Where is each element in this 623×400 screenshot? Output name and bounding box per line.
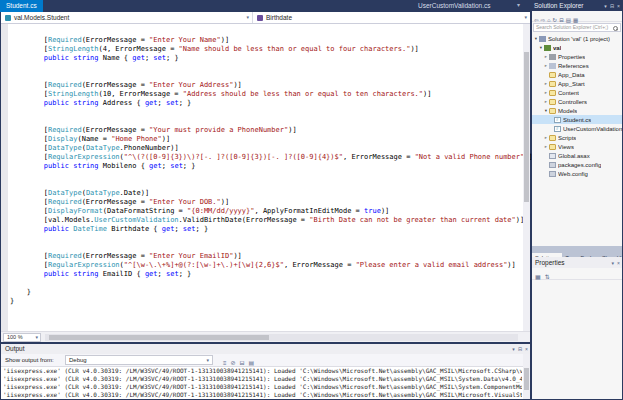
close-icon[interactable]: × bbox=[617, 260, 620, 266]
close-icon[interactable]: × bbox=[525, 346, 528, 352]
code-line: [Required(ErrorMessage = "Enter Your Ema… bbox=[10, 252, 533, 261]
code-line: [Required(ErrorMessage = "Enter Your DOB… bbox=[10, 198, 533, 207]
properties-toolbar: ▦⇅ bbox=[532, 268, 622, 280]
tree-item-label: Web.config bbox=[558, 171, 588, 177]
tree-item-app-data[interactable]: App_Data bbox=[532, 70, 622, 79]
pin-icon[interactable]: ⊟ bbox=[518, 346, 522, 352]
chevron-down-icon: ▾ bbox=[246, 12, 249, 23]
code-line bbox=[10, 108, 533, 117]
solution-explorer-header[interactable]: Solution Explorer ▾⊟× bbox=[532, 0, 622, 11]
folder-icon bbox=[549, 108, 556, 114]
tree-item-content[interactable]: ▸Content bbox=[532, 88, 622, 97]
properties-title: Properties bbox=[535, 259, 565, 266]
editor-horizontal-scrollbar[interactable] bbox=[45, 334, 518, 341]
code-line bbox=[10, 63, 533, 72]
properties-panel-header[interactable]: Properties ▾× bbox=[532, 257, 622, 268]
zoom-value: 100 % bbox=[7, 334, 23, 340]
chevron-down-icon: ▾ bbox=[35, 334, 38, 341]
tree-item-label: References bbox=[558, 63, 589, 69]
dock-chevron-icon[interactable]: ▾ bbox=[512, 346, 515, 352]
code-line: [Display(Name = "Home Phone")] bbox=[10, 135, 533, 144]
tree-item-label: Global.asax bbox=[558, 153, 590, 159]
tree-item-views[interactable]: ▸Views bbox=[532, 142, 622, 151]
tree-item-packages-config[interactable]: packages.config bbox=[532, 160, 622, 169]
tree-item-models[interactable]: ▾Models bbox=[532, 106, 622, 115]
scrollbar-thumb[interactable] bbox=[49, 335, 269, 340]
scrollbar-thumb[interactable] bbox=[524, 52, 529, 202]
tree-item-controllers[interactable]: ▸Controllers bbox=[532, 97, 622, 106]
code-line bbox=[10, 180, 533, 189]
tree-item-app-start[interactable]: ▸App_Start bbox=[532, 79, 622, 88]
dock-chevron-icon[interactable]: ▾ bbox=[604, 3, 607, 9]
tree-item-student-cs[interactable]: Student.cs bbox=[532, 115, 622, 124]
collapse-icon[interactable]: ⊟ bbox=[240, 360, 245, 366]
code-line bbox=[10, 171, 533, 180]
tree-item-properties[interactable]: ▸Properties bbox=[532, 52, 622, 61]
code-line bbox=[10, 117, 533, 126]
code-editor[interactable]: [Required(ErrorMessage = "Enter Your Nam… bbox=[1, 24, 530, 331]
tree-item-label: packages.config bbox=[558, 162, 601, 168]
goto-message-icon[interactable]: ≡ bbox=[223, 360, 227, 366]
tab-usercustomvalidation-cs[interactable]: UserCustomValidation.cs bbox=[418, 0, 491, 12]
breakpoint-margin[interactable] bbox=[1, 24, 8, 331]
tree-item-usercustomvalidation-cs[interactable]: UserCustomValidation.cs bbox=[532, 124, 622, 133]
solution-explorer-toolbar: ⇦⇨⌂↻⊟▤▦ bbox=[532, 11, 622, 22]
tree-item-scripts[interactable]: ▸Scripts bbox=[532, 133, 622, 142]
code-line: public string Address { get; set; } bbox=[10, 99, 533, 108]
output-vertical-scrollbar[interactable] bbox=[523, 354, 530, 399]
class-icon bbox=[5, 15, 11, 21]
code-line: } bbox=[10, 297, 533, 306]
solution-icon bbox=[539, 36, 546, 42]
tree-item-val[interactable]: ▾val bbox=[532, 43, 622, 52]
scrollbar-thumb[interactable] bbox=[524, 368, 529, 390]
code-line: public string Name { get; set; } bbox=[10, 54, 533, 63]
tab-student-cs[interactable]: Student.cs bbox=[0, 0, 43, 12]
member-dropdown-value: Birthdate bbox=[266, 12, 292, 23]
output-toolbar: Show output from: Debug ▾ ≡⊘⊟▤ bbox=[1, 354, 530, 367]
tree-item-label: Scripts bbox=[558, 135, 576, 141]
properties-body bbox=[532, 280, 622, 399]
output-log[interactable]: 'iisexpress.exe' (CLR v4.0.30319: /LM/W3… bbox=[3, 367, 522, 398]
references-icon bbox=[549, 63, 556, 69]
code-line: [StringLength(4, ErrorMessage = "Name sh… bbox=[10, 45, 533, 54]
solution-explorer-body: ⇦⇨⌂↻⊟▤▦ Search Solution Explorer (Ctrl+;… bbox=[532, 11, 622, 246]
document-tab-bar: Student.cs UserCustomValidation.cs ▾ bbox=[0, 0, 530, 12]
folder-icon bbox=[549, 81, 556, 87]
folder-icon bbox=[549, 72, 556, 78]
close-icon[interactable]: × bbox=[617, 3, 620, 9]
tab-label: Student.cs bbox=[6, 2, 37, 9]
tree-item-label: Views bbox=[558, 144, 574, 150]
solution-explorer-search-box[interactable]: Search Solution Explorer (Ctrl+;) bbox=[533, 23, 621, 32]
right-tool-panel: Solution Explorer ▾⊟× ⇦⇨⌂↻⊟▤▦ Search Sol… bbox=[532, 0, 622, 400]
output-source-dropdown[interactable]: Debug ▾ bbox=[65, 355, 213, 365]
editor-vertical-scrollbar[interactable] bbox=[523, 24, 530, 331]
visual-studio-window: Student.cs UserCustomValidation.cs ▾ val… bbox=[0, 0, 623, 400]
tree-item-global-asax[interactable]: Global.asax bbox=[532, 151, 622, 160]
code-line: [StringLength(10, ErrorMessage = "Addres… bbox=[10, 90, 533, 99]
word-wrap-icon[interactable]: ▤ bbox=[249, 360, 255, 366]
code-line: public DateTime Birthdate { get; set; } bbox=[10, 225, 533, 234]
pin-icon[interactable]: ⊟ bbox=[610, 3, 614, 9]
zoom-dropdown[interactable]: 100 % ▾ bbox=[3, 333, 41, 342]
tree-item-solution-val-1-project[interactable]: ▾Solution 'val' (1 project) bbox=[532, 34, 622, 43]
tree-item-label: val bbox=[553, 45, 561, 51]
clear-all-icon[interactable]: ⊘ bbox=[231, 360, 236, 366]
tool-panel-tab-strip: Solution...Team Expl...Class View bbox=[532, 246, 622, 257]
type-dropdown[interactable]: val.Models.Student ▾ bbox=[1, 12, 253, 23]
member-dropdown[interactable]: Birthdate ▾ bbox=[253, 12, 530, 23]
code-line: } bbox=[10, 288, 533, 297]
output-line: 'iisexpress.exe' (CLR v4.0.30319: /LM/W3… bbox=[3, 375, 522, 383]
tree-item-label: Solution 'val' (1 project) bbox=[548, 36, 610, 42]
tree-item-references[interactable]: ▸References bbox=[532, 61, 622, 70]
code-line: public string Mobileno { get; set; } bbox=[10, 162, 533, 171]
code-line: public string EmailID { get; set; } bbox=[10, 270, 533, 279]
output-line: 'iisexpress.exe' (CLR v4.0.30319: /LM/W3… bbox=[3, 391, 522, 398]
tree-item-web-config[interactable]: Web.config bbox=[532, 169, 622, 178]
search-placeholder: Search Solution Explorer (Ctrl+;) bbox=[534, 24, 612, 31]
wrench-icon bbox=[549, 54, 556, 60]
output-panel-header[interactable]: Output ▾⊟× bbox=[1, 344, 530, 354]
se-tree: ▾Solution 'val' (1 project)▾val▸Properti… bbox=[532, 34, 622, 178]
dock-chevron-icon[interactable]: ▾ bbox=[612, 260, 615, 266]
tab-overflow-chevron-icon[interactable]: ▾ bbox=[517, 1, 520, 8]
code-line: [Required(ErrorMessage = "Enter Your Nam… bbox=[10, 36, 533, 45]
